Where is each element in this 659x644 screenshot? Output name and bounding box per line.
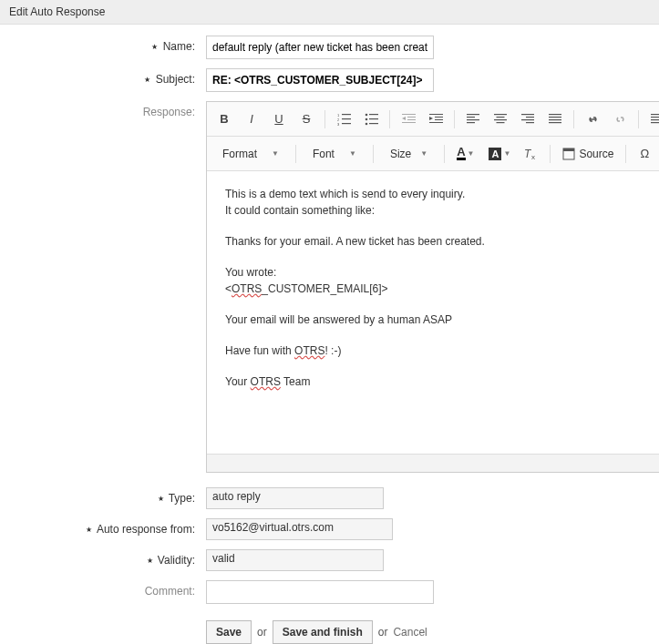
required-star: ★ [151,43,158,51]
svg-rect-20 [429,122,443,123]
svg-rect-2 [342,123,351,124]
align-right-button[interactable] [518,109,538,129]
ordered-list-button[interactable]: 123 [334,109,354,129]
svg-rect-19 [435,119,443,120]
svg-rect-32 [521,119,534,120]
separator [573,110,574,128]
separator [638,110,639,128]
svg-rect-9 [369,118,378,119]
separator [454,110,455,128]
cancel-link[interactable]: Cancel [393,626,427,639]
svg-marker-16 [402,117,406,120]
svg-rect-27 [497,117,505,118]
omega-button[interactable]: Ω [634,144,654,164]
separator [295,145,296,163]
strike-button[interactable]: S [296,109,316,129]
required-star: ★ [144,76,150,84]
svg-text:x: x [531,153,535,160]
validity-label: ★ Validity: [0,549,201,567]
clear-format-button[interactable]: Tx [521,144,541,164]
svg-rect-13 [407,117,416,118]
caret-down-icon: ▼ [349,149,356,158]
outdent-button[interactable] [398,109,418,129]
separator [625,145,626,163]
bold-button[interactable]: B [214,109,234,129]
svg-rect-17 [429,114,443,115]
svg-rect-34 [549,114,561,115]
caret-down-icon: ▼ [468,149,475,158]
svg-rect-26 [494,114,507,115]
svg-rect-29 [497,122,505,123]
unlink-button[interactable] [610,109,630,129]
response-label: Response: [0,101,201,118]
align-justify-button[interactable] [545,109,565,129]
source-button[interactable]: Source [559,148,617,160]
editor-line: You wrote: [225,264,659,281]
auto-response-from-select[interactable]: vo5162@virtual.otrs.com [206,518,393,540]
required-star: ★ [158,495,164,503]
link-button[interactable] [582,109,602,129]
svg-rect-38 [651,114,659,115]
page-title: Edit Auto Response [9,5,105,18]
svg-rect-0 [342,114,351,115]
save-finish-button[interactable]: Save and finish [273,620,373,644]
bg-color-button[interactable]: A ▼ [485,148,514,160]
font-select[interactable]: Font ▼ [304,142,365,166]
svg-point-8 [365,118,367,120]
subject-input[interactable] [206,68,434,92]
separator [373,145,374,163]
svg-rect-1 [342,118,351,119]
comment-input[interactable] [206,580,434,604]
auto-response-from-label: ★ Auto response from: [0,518,201,536]
page-header: Edit Auto Response [0,0,659,25]
name-label: ★ Name: [0,36,201,53]
response-editor: B I U S 123 [206,101,659,473]
save-button[interactable]: Save [206,620,252,644]
svg-rect-45 [563,148,574,151]
svg-rect-41 [651,122,659,123]
separator [389,110,390,128]
validity-select[interactable]: valid [206,549,384,571]
remove-format-button[interactable] [647,109,659,129]
svg-rect-31 [526,117,534,118]
editor-body[interactable]: This is a demo text which is send to eve… [207,171,659,454]
unordered-list-button[interactable] [361,109,381,129]
size-select[interactable]: Size ▼ [382,142,436,166]
svg-rect-11 [369,123,378,124]
svg-rect-39 [651,117,659,118]
svg-rect-18 [435,117,443,118]
svg-rect-23 [467,117,475,118]
svg-rect-25 [467,122,475,123]
italic-button[interactable]: I [242,109,262,129]
svg-rect-14 [407,119,416,120]
caret-down-icon: ▼ [420,149,427,158]
editor-line: It could contain something like: [225,202,659,219]
editor-line: Thanks for your email. A new ticket has … [225,233,659,250]
svg-rect-28 [494,119,507,120]
type-select[interactable]: auto reply [206,487,384,509]
text-color-button[interactable]: A ▼ [453,147,478,160]
editor-toolbar-1: B I U S 123 [207,102,659,137]
or-text: or [257,626,267,639]
format-select[interactable]: Format ▼ [214,142,287,166]
indent-button[interactable] [426,109,446,129]
underline-button[interactable]: U [269,109,289,129]
required-star: ★ [147,557,153,565]
svg-rect-12 [402,114,416,115]
svg-rect-37 [549,122,561,123]
name-input[interactable] [206,36,434,59]
separator [550,145,551,163]
type-label: ★ Type: [0,487,201,505]
editor-footer [207,454,659,472]
editor-toolbar-2: Format ▼ Font ▼ Size ▼ A [207,137,659,171]
svg-point-6 [365,113,367,116]
editor-line: Your OTRS Team [225,373,659,390]
align-center-button[interactable] [490,109,510,129]
separator [444,145,445,163]
svg-point-10 [365,122,367,125]
align-left-button[interactable] [463,109,483,129]
svg-rect-7 [369,114,378,115]
svg-marker-21 [429,117,433,120]
form-area: ★ Name: ★ Subject: Response: B I U S [0,25,659,644]
editor-line: Your email will be answered by a human A… [225,312,659,328]
